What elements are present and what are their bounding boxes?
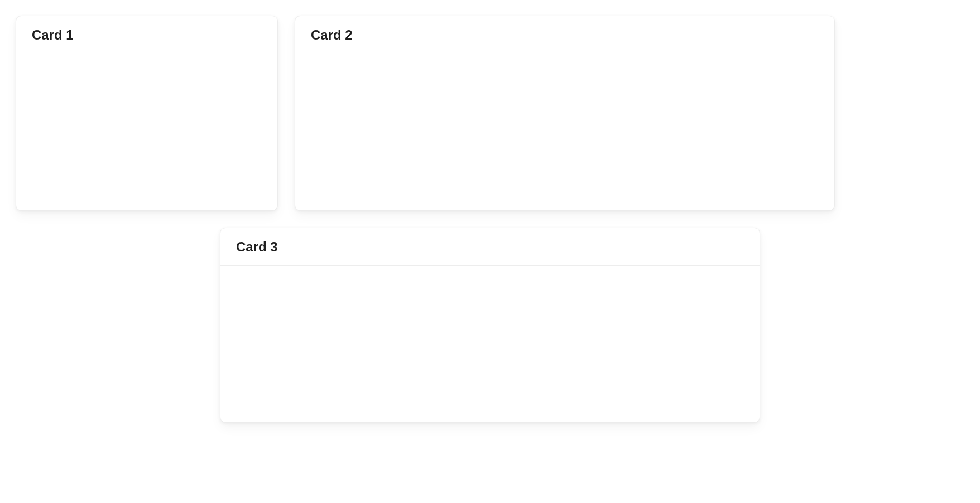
- card-1-header: Card 1: [16, 16, 277, 54]
- card-3-body: [220, 266, 760, 422]
- card-3-header: Card 3: [220, 228, 760, 266]
- card-1-title: Card 1: [32, 26, 262, 43]
- card-3-title: Card 3: [236, 238, 744, 255]
- card-1: Card 1: [16, 16, 278, 211]
- card-2: Card 2: [295, 16, 835, 211]
- card-1-body: [16, 54, 277, 210]
- card-row-1: Card 1 Card 2: [16, 16, 964, 211]
- card-row-2: Card 3: [16, 228, 964, 423]
- card-2-body: [295, 54, 834, 210]
- card-3: Card 3: [220, 228, 760, 423]
- card-2-title: Card 2: [311, 26, 819, 43]
- card-2-header: Card 2: [295, 16, 834, 54]
